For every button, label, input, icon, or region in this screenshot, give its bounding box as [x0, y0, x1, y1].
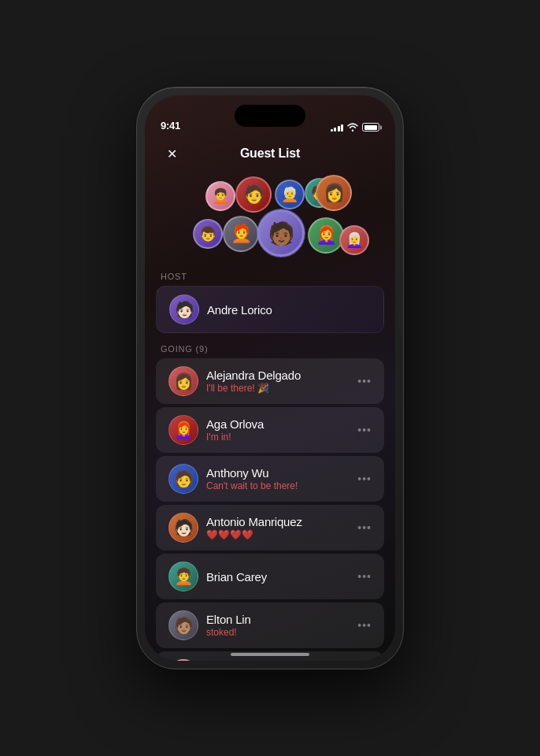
guest-info: Brian Carey [206, 570, 350, 584]
guest-info: Elton Lin stoked! [206, 613, 350, 638]
guest-list-item[interactable]: 🧑🏻 Antonio Manriquez ❤️❤️❤️❤️ ••• [156, 505, 384, 550]
guest-info: Antonio Manriquez ❤️❤️❤️❤️ [206, 515, 350, 540]
guest-avatar: 🧑 [168, 464, 198, 494]
guest-more-button[interactable]: ••• [357, 375, 372, 387]
status-icons [331, 123, 380, 132]
host-info: Andre Lorico [207, 303, 371, 317]
host-section-label: HOST [145, 265, 395, 286]
going-section-label: GOING (9) [145, 336, 395, 358]
signal-icon [331, 123, 344, 132]
guest-name: Alejandra Delgado [206, 369, 350, 382]
host-name: Andre Lorico [207, 303, 371, 317]
guest-name: Aga Orlova [206, 417, 350, 431]
guest-name: Anthony Wu [206, 466, 350, 480]
close-button[interactable]: ✕ [161, 143, 183, 165]
guest-list-item[interactable]: 👩 Alejandra Delgado I'll be there! 🎉 ••• [156, 358, 384, 404]
guest-avatar: 🧑🏻 [168, 513, 198, 543]
page-title: Guest List [240, 146, 300, 161]
battery-icon [362, 123, 379, 132]
guest-list-item[interactable]: 🧑 Anthony Wu Can't wait to be there! ••• [156, 456, 384, 502]
dynamic-island [235, 105, 305, 127]
guest-status: Can't wait to be there! [206, 480, 350, 491]
guest-list-item[interactable]: 👩‍🦰 Aga Orlova I'm in! ••• [156, 407, 384, 453]
guest-more-button[interactable]: ••• [357, 472, 372, 485]
guest-list-item[interactable]: 🧑‍🦱 Brian Carey ••• [156, 554, 384, 599]
guest-info: Aga Orlova I'm in! [206, 417, 350, 443]
guest-avatar: 🧑🏽 [168, 610, 198, 640]
guest-avatar: 👩🏻 [168, 659, 198, 661]
guest-status: ❤️❤️❤️❤️ [206, 529, 350, 540]
wifi-icon [347, 123, 358, 132]
guest-name: Antonio Manriquez [206, 515, 350, 528]
status-time: 9:41 [161, 120, 180, 132]
phone-frame: 9:41 ✕ Guest Lis [136, 87, 404, 669]
guest-avatar: 👩 [168, 366, 198, 396]
host-avatar: 🧑🏻 [169, 295, 199, 324]
guest-status: I'll be there! 🎉 [206, 383, 350, 394]
guest-more-button[interactable]: ••• [357, 424, 372, 436]
guest-info: Anthony Wu Can't wait to be there! [206, 466, 350, 491]
phone-screen: 9:41 ✕ Guest Lis [145, 95, 395, 661]
guest-more-button[interactable]: ••• [357, 521, 372, 534]
host-list-item[interactable]: 🧑🏻 Andre Lorico [156, 286, 384, 333]
guest-more-button[interactable]: ••• [357, 570, 372, 583]
guest-avatar: 🧑‍🦱 [168, 561, 198, 591]
guest-info: Alejandra Delgado I'll be there! 🎉 [206, 369, 350, 394]
home-indicator [231, 653, 309, 656]
guest-avatar: 👩‍🦰 [168, 415, 198, 445]
guest-status: stoked! [206, 627, 350, 638]
guest-name: Elton Lin [206, 613, 350, 626]
guest-status: I'm in! [206, 432, 350, 443]
header: ✕ Guest List [145, 136, 395, 171]
guest-name: Brian Carey [206, 570, 350, 584]
content-area: HOST 🧑🏻 Andre Lorico GOING (9) 👩 Alejand… [145, 171, 395, 661]
guest-list-item[interactable]: 🧑🏽 Elton Lin stoked! ••• [156, 602, 384, 648]
guest-more-button[interactable]: ••• [357, 619, 372, 632]
